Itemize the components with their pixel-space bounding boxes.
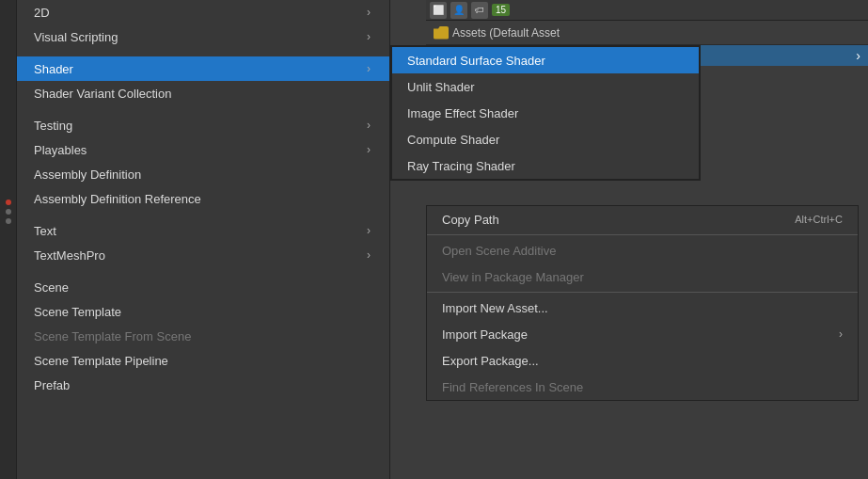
menu-item-visual-scripting[interactable]: Visual Scripting›	[17, 24, 389, 49]
menu-item-assembly-definition-ref[interactable]: Assembly Definition Reference	[17, 186, 389, 211]
menu-list: 2D›Visual Scripting›Shader›Shader Varian…	[17, 0, 389, 397]
menu-item-label: Shader Variant Collection	[34, 87, 171, 101]
menu-item-2d[interactable]: 2D›	[17, 0, 389, 24]
menu-item-label: Testing	[34, 119, 72, 133]
menu-item-scene-template-pipeline[interactable]: Scene Template Pipeline	[17, 348, 389, 373]
toolbar-icon-box[interactable]: ⬜	[430, 2, 447, 19]
menu-item-label: Scene Template From Scene	[34, 329, 191, 343]
context-item-label: Export Package...	[442, 354, 539, 368]
menu-separator	[17, 211, 389, 218]
shader-submenu-item-image-effect[interactable]: Image Effect Shader	[392, 100, 699, 126]
folder-icon	[434, 26, 449, 40]
menu-item-label: TextMeshPro	[34, 248, 105, 263]
menu-item-label: Scene	[34, 280, 69, 295]
context-separator	[427, 234, 858, 235]
shader-submenu-label: Ray Tracing Shader	[407, 159, 515, 173]
menu-item-shader[interactable]: Shader›	[17, 56, 389, 81]
menu-item-assembly-definition[interactable]: Assembly Definition	[17, 162, 389, 186]
menu-item-scene-template[interactable]: Scene Template	[17, 299, 389, 324]
context-item-import-new-asset[interactable]: Import New Asset...	[427, 295, 858, 321]
menu-item-textmeshpro[interactable]: TextMeshPro›	[17, 243, 389, 267]
context-item-find-references: Find References In Scene	[427, 374, 858, 400]
context-item-shortcut: Alt+Ctrl+C	[795, 214, 843, 225]
menu-item-label: 2D	[34, 6, 50, 20]
status-dot	[6, 200, 11, 205]
toolbar-icon-user[interactable]: 👤	[450, 2, 467, 19]
menu-item-label: Text	[34, 224, 56, 238]
shader-submenu: Standard Surface ShaderUnlit ShaderImage…	[390, 45, 701, 181]
shader-submenu-item-standard-surface[interactable]: Standard Surface Shader	[392, 47, 699, 73]
context-separator	[427, 292, 858, 293]
shader-submenu-item-compute[interactable]: Compute Shader	[392, 126, 699, 152]
status-dot	[6, 218, 11, 224]
context-item-open-scene-additive: Open Scene Additive	[427, 237, 858, 263]
menu-item-arrow: ›	[367, 30, 371, 43]
context-item-copy-path[interactable]: Copy PathAlt+Ctrl+C	[427, 206, 858, 232]
menu-item-label: Shader	[34, 62, 73, 76]
context-item-label: View in Package Manager	[442, 270, 584, 284]
menu-item-arrow: ›	[367, 6, 371, 19]
context-menu-list: Copy PathAlt+Ctrl+COpen Scene AdditiveVi…	[427, 206, 858, 400]
shader-submenu-label: Standard Surface Shader	[407, 54, 545, 68]
selected-bar-arrow: ›	[856, 48, 860, 63]
context-item-arrow: ›	[839, 327, 843, 341]
menu-item-testing[interactable]: Testing›	[17, 113, 389, 137]
menu-item-scene[interactable]: Scene	[17, 275, 389, 299]
toolbar-badge[interactable]: 15	[492, 4, 510, 16]
menu-separator	[17, 105, 389, 113]
menu-item-arrow: ›	[367, 62, 371, 75]
left-panel	[0, 0, 17, 479]
left-menu: 2D›Visual Scripting›Shader›Shader Varian…	[17, 0, 390, 479]
menu-separator	[17, 49, 389, 56]
context-item-label: Copy Path	[442, 213, 499, 227]
assets-bar: Assets (Default Asset	[426, 21, 868, 45]
menu-separator	[17, 267, 389, 275]
menu-item-arrow: ›	[367, 119, 371, 132]
context-item-view-package-manager: View in Package Manager	[427, 263, 858, 290]
menu-item-label: Assembly Definition Reference	[34, 192, 201, 206]
shader-submenu-label: Compute Shader	[407, 133, 499, 147]
shader-submenu-item-unlit[interactable]: Unlit Shader	[392, 73, 699, 100]
context-item-label: Open Scene Additive	[442, 244, 556, 258]
context-item-export-package[interactable]: Export Package...	[427, 347, 858, 374]
menu-item-text[interactable]: Text›	[17, 218, 389, 243]
status-dot	[6, 209, 11, 215]
shader-submenu-item-ray-tracing[interactable]: Ray Tracing Shader	[392, 152, 699, 179]
context-menu: Copy PathAlt+Ctrl+COpen Scene AdditiveVi…	[426, 205, 859, 401]
menu-item-label: Prefab	[34, 378, 70, 392]
menu-item-shader-variant[interactable]: Shader Variant Collection	[17, 81, 389, 105]
menu-item-arrow: ›	[367, 143, 371, 156]
menu-item-label: Scene Template	[34, 305, 121, 319]
menu-item-label: Visual Scripting	[34, 30, 118, 44]
context-item-label: Find References In Scene	[442, 380, 583, 394]
menu-item-arrow: ›	[367, 224, 371, 237]
context-item-import-package[interactable]: Import Package›	[427, 321, 858, 347]
shader-submenu-label: Unlit Shader	[407, 80, 475, 94]
context-item-label: Import Package	[442, 327, 528, 342]
shader-submenu-list: Standard Surface ShaderUnlit ShaderImage…	[392, 47, 699, 179]
menu-item-scene-template-from-scene[interactable]: Scene Template From Scene	[17, 324, 389, 348]
menu-item-label: Assembly Definition	[34, 168, 141, 182]
shader-submenu-label: Image Effect Shader	[407, 106, 518, 120]
menu-item-label: Scene Template Pipeline	[34, 354, 168, 368]
menu-item-label: Playables	[34, 143, 87, 157]
context-item-label: Import New Asset...	[442, 301, 548, 315]
assets-label: Assets (Default Asset	[452, 26, 560, 40]
toolbar-icon-tag[interactable]: 🏷	[471, 2, 488, 19]
menu-item-playables[interactable]: Playables›	[17, 137, 389, 162]
toolbar: ⬜ 👤 🏷 15	[426, 0, 868, 21]
menu-item-arrow: ›	[367, 248, 371, 262]
menu-item-prefab[interactable]: Prefab	[17, 373, 389, 397]
